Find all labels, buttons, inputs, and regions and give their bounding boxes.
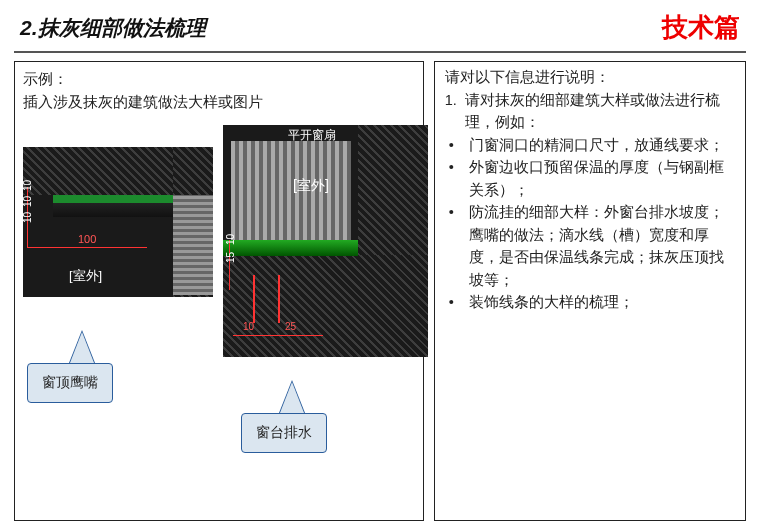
item-number: 1. <box>445 89 465 134</box>
window-type-label: 平开窗扇 <box>288 127 336 144</box>
dim-label: 15 <box>225 252 236 263</box>
list-item: 防流挂的细部大样：外窗台排水坡度；鹰嘴的做法；滴水线（槽）宽度和厚度，是否由保温… <box>445 201 735 291</box>
list-item: 1. 请对抹灰的细部建筑大样或做法进行梳理，例如： <box>445 89 735 134</box>
header-divider <box>14 51 746 53</box>
dim-label: 10 <box>23 196 33 207</box>
callout-box-1: 窗顶鹰嘴 <box>27 363 113 403</box>
item-text: 请对抹灰的细部建筑大样或做法进行梳理，例如： <box>465 89 735 134</box>
item-text: 防流挂的细部大样：外窗台排水坡度；鹰嘴的做法；滴水线（槽）宽度和厚度，是否由保温… <box>469 201 735 291</box>
dim-label: 10 <box>23 212 33 223</box>
list-item: 外窗边收口预留保温的厚度（与钢副框关系）； <box>445 156 735 201</box>
info-list: 1. 请对抹灰的细部建筑大样或做法进行梳理，例如： 门窗洞口的精洞口尺寸，放通线… <box>445 89 735 314</box>
list-item: 装饰线条的大样的梳理； <box>445 291 735 313</box>
example-label: 示例： <box>23 68 415 91</box>
diagram-area: 10 10 10 100 [室外] 窗顶鹰嘴 <box>23 125 415 514</box>
callout-label: 窗台排水 <box>256 424 312 442</box>
item-text: 外窗边收口预留保温的厚度（与钢副框关系）； <box>469 156 735 201</box>
item-text: 装饰线条的大样的梳理； <box>469 291 634 313</box>
example-description: 插入涉及抹灰的建筑做法大样或图片 <box>23 91 415 114</box>
dim-label: 25 <box>285 321 296 332</box>
room-label: [室外] <box>293 177 329 195</box>
callout-label: 窗顶鹰嘴 <box>42 374 98 392</box>
info-heading: 请对以下信息进行说明： <box>445 68 735 87</box>
info-panel: 请对以下信息进行说明： 1. 请对抹灰的细部建筑大样或做法进行梳理，例如： 门窗… <box>434 61 746 521</box>
dim-label: 10 <box>23 180 33 191</box>
item-text: 门窗洞口的精洞口尺寸，放通线要求； <box>469 134 724 156</box>
dim-label: 100 <box>78 233 96 245</box>
slide-header: 2.抹灰细部做法梳理 技术篇 <box>0 0 760 51</box>
dim-label: 10 <box>225 234 236 245</box>
cad-detail-2: 平开窗扇 [室外] 10 15 10 25 <box>223 125 428 357</box>
example-panel: 示例： 插入涉及抹灰的建筑做法大样或图片 10 10 10 100 [室外] <box>14 61 424 521</box>
list-item: 门窗洞口的精洞口尺寸，放通线要求； <box>445 134 735 156</box>
callout-box-2: 窗台排水 <box>241 413 327 453</box>
room-label: [室外] <box>69 267 102 285</box>
cad-detail-1: 10 10 10 100 [室外] <box>23 147 213 297</box>
content-area: 示例： 插入涉及抹灰的建筑做法大样或图片 10 10 10 100 [室外] <box>0 61 760 521</box>
slide-title: 2.抹灰细部做法梳理 <box>20 14 206 42</box>
section-tag: 技术篇 <box>662 10 740 45</box>
